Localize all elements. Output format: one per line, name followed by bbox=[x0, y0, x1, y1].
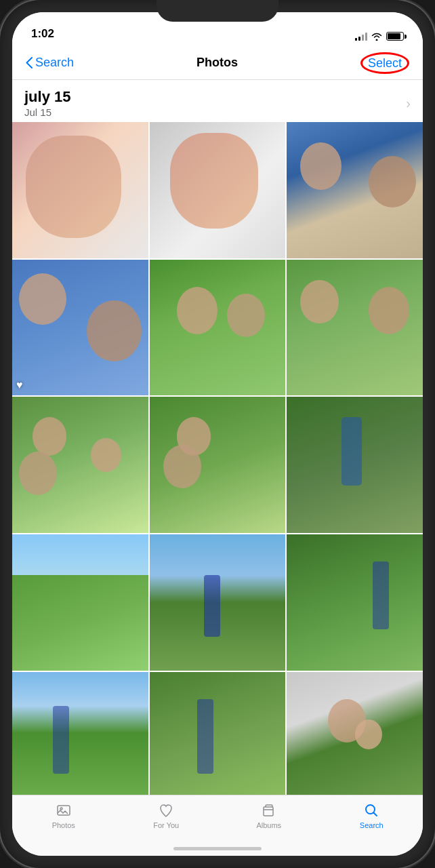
status-time: 1:02 bbox=[31, 27, 54, 41]
photos-icon bbox=[54, 802, 73, 818]
tab-albums-label: Albums bbox=[256, 821, 281, 829]
photo-cell[interactable] bbox=[287, 534, 423, 671]
scroll-content[interactable]: july 15 Jul 15 › bbox=[12, 80, 423, 795]
svg-rect-2 bbox=[264, 807, 273, 816]
phone-screen: 1:02 Search bbox=[12, 12, 423, 856]
back-button[interactable]: Search bbox=[26, 56, 74, 70]
notch bbox=[157, 0, 278, 22]
svg-point-1 bbox=[60, 808, 62, 810]
tab-for-you[interactable]: For You bbox=[146, 802, 186, 829]
section-chevron-icon[interactable]: › bbox=[406, 96, 411, 111]
photo-cell[interactable] bbox=[12, 122, 148, 258]
back-label: Search bbox=[35, 56, 74, 70]
section-title: july 15 bbox=[24, 88, 70, 106]
photo-grid: ♥ bbox=[12, 122, 423, 795]
photo-cell[interactable] bbox=[287, 672, 423, 795]
heart-icon bbox=[157, 802, 175, 818]
tab-for-you-label: For You bbox=[153, 821, 179, 829]
section-header: july 15 Jul 15 › bbox=[12, 80, 423, 122]
nav-bar: Search Photos Select bbox=[12, 46, 423, 80]
photo-cell[interactable]: ♥ bbox=[12, 260, 148, 396]
photo-cell[interactable] bbox=[150, 397, 286, 533]
home-indicator bbox=[173, 847, 262, 850]
photo-cell[interactable] bbox=[12, 397, 148, 533]
nav-title: Photos bbox=[196, 56, 238, 70]
phone-shell: 1:02 Search bbox=[0, 0, 435, 868]
photo-cell[interactable] bbox=[150, 672, 286, 795]
photo-cell[interactable] bbox=[287, 397, 423, 533]
photo-cell[interactable] bbox=[150, 122, 286, 258]
favorite-heart-icon: ♥ bbox=[16, 379, 23, 391]
status-icons bbox=[355, 32, 404, 41]
photo-cell[interactable] bbox=[287, 260, 423, 396]
tab-search-label: Search bbox=[360, 821, 384, 829]
tab-search[interactable]: Search bbox=[351, 802, 392, 829]
svg-rect-0 bbox=[58, 806, 70, 815]
photo-cell[interactable] bbox=[12, 672, 148, 795]
search-icon bbox=[362, 802, 381, 818]
section-subtitle: Jul 15 bbox=[24, 106, 70, 118]
battery-icon bbox=[386, 32, 404, 41]
photo-cell[interactable] bbox=[150, 534, 286, 671]
select-button[interactable]: Select bbox=[360, 52, 409, 74]
tab-photos[interactable]: Photos bbox=[43, 802, 84, 829]
signal-bars-icon bbox=[355, 32, 367, 41]
tab-albums[interactable]: Albums bbox=[249, 802, 289, 829]
tab-photos-label: Photos bbox=[52, 821, 75, 829]
photo-cell[interactable] bbox=[287, 122, 423, 258]
photo-cell[interactable] bbox=[150, 260, 286, 396]
photo-cell[interactable] bbox=[12, 534, 148, 671]
albums-icon bbox=[260, 802, 278, 818]
wifi-icon bbox=[371, 33, 382, 41]
